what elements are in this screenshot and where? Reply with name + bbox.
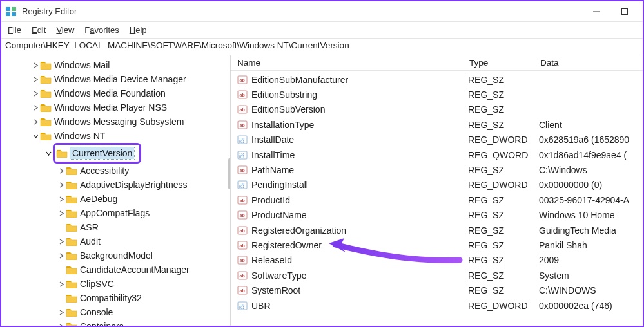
- svg-text:ab: ab: [240, 107, 245, 112]
- expand-toggle-icon[interactable]: [57, 164, 66, 178]
- value-row[interactable]: abProductNameREG_SZWindows 10 Home: [231, 208, 643, 223]
- svg-rect-3: [12, 12, 16, 16]
- value-name: EditionSubVersion: [251, 104, 468, 115]
- value-row[interactable]: abReleaseIdREG_SZ2009: [231, 253, 643, 268]
- value-row[interactable]: abInstallationTypeREG_SZClient: [231, 117, 643, 132]
- values-header: Name Type Data: [231, 55, 643, 71]
- value-type: REG_SZ: [468, 104, 539, 115]
- value-row[interactable]: abRegisteredOrganizationREG_SZGuidingTec…: [231, 223, 643, 238]
- value-type: REG_SZ: [468, 195, 539, 205]
- window-title: Registry Editor: [22, 6, 582, 16]
- col-type[interactable]: Type: [469, 58, 540, 68]
- expand-toggle-icon[interactable]: [44, 146, 53, 160]
- expand-toggle-icon[interactable]: [57, 234, 66, 248]
- col-data[interactable]: Data: [540, 58, 643, 68]
- value-type-icon: ab: [236, 254, 249, 266]
- value-name: RegisteredOrganization: [251, 225, 468, 236]
- tree-item-label: ASR: [80, 222, 99, 232]
- value-data: GuidingTech Media: [539, 225, 643, 236]
- tree-item[interactable]: Containers: [14, 319, 230, 326]
- titlebar: Registry Editor: [1, 1, 643, 22]
- tree-item[interactable]: AeDebug: [14, 192, 230, 206]
- value-type-icon: 110011: [236, 179, 249, 191]
- value-data: 0x00000000 (0): [539, 180, 643, 190]
- tree-item[interactable]: Compatibility32: [14, 291, 230, 305]
- menu-file[interactable]: File: [3, 24, 26, 36]
- tree-item[interactable]: Windows Messaging Subsystem: [14, 115, 230, 129]
- expand-toggle-icon[interactable]: [57, 277, 66, 291]
- tree-item[interactable]: CandidateAccountManager: [14, 263, 230, 277]
- tree-item[interactable]: Windows Media Device Manager: [14, 72, 230, 86]
- folder-icon: [66, 294, 77, 303]
- tree-item-label: Console: [80, 307, 113, 317]
- menu-view[interactable]: View: [51, 24, 79, 36]
- tree-item[interactable]: ASR: [14, 220, 230, 234]
- value-data: Pankil Shah: [539, 240, 643, 250]
- value-type-icon: ab: [236, 74, 249, 86]
- expand-toggle-icon[interactable]: [57, 319, 66, 326]
- value-type: REG_SZ: [468, 270, 539, 281]
- value-row[interactable]: abEditionSubManufacturerREG_SZ: [231, 72, 643, 87]
- maximize-button[interactable]: [610, 3, 639, 21]
- menu-help[interactable]: Help: [124, 24, 152, 36]
- tree-item-label: CandidateAccountManager: [80, 265, 190, 275]
- value-name: SoftwareType: [251, 270, 468, 281]
- value-row[interactable]: abProductIdREG_SZ00325-96017-42904-A: [231, 192, 643, 207]
- col-name[interactable]: Name: [237, 58, 469, 68]
- tree-item[interactable]: BackgroundModel: [14, 248, 230, 263]
- expand-toggle-icon[interactable]: [31, 72, 40, 86]
- tree-item[interactable]: Accessibility: [14, 164, 230, 178]
- folder-icon: [66, 209, 77, 218]
- value-type-icon: ab: [236, 164, 249, 176]
- expand-toggle-icon[interactable]: [57, 178, 66, 192]
- tree-item[interactable]: AdaptiveDisplayBrightness: [14, 178, 230, 192]
- menu-favorites[interactable]: Favorites: [79, 24, 124, 36]
- tree-item-label: Audit: [80, 236, 101, 247]
- tree-item[interactable]: Windows Media Player NSS: [14, 100, 230, 115]
- expand-toggle-icon[interactable]: [31, 58, 40, 72]
- tree-item[interactable]: Windows Media Foundation: [14, 86, 230, 100]
- value-row[interactable]: 110011PendingInstallREG_DWORD0x00000000 …: [231, 178, 643, 192]
- expand-toggle-icon[interactable]: [31, 100, 40, 115]
- expand-toggle-icon[interactable]: [31, 129, 40, 143]
- value-row[interactable]: 110011UBRREG_DWORD0x000002ea (746): [231, 298, 643, 313]
- value-row[interactable]: abSystemRootREG_SZC:\WINDOWS: [231, 283, 643, 297]
- value-row[interactable]: 110011InstallTimeREG_QWORD0x1d86ad14f9e9…: [231, 147, 643, 162]
- value-data: C:\Windows: [539, 165, 643, 175]
- tree-item[interactable]: Console: [14, 305, 230, 319]
- tree-item-label: Compatibility32: [80, 293, 142, 303]
- menu-edit[interactable]: Edit: [26, 24, 51, 36]
- value-row[interactable]: 110011InstallDateREG_DWORD0x628519a6 (16…: [231, 133, 643, 147]
- tree-item[interactable]: Windows Mail: [14, 58, 230, 72]
- expand-toggle-icon[interactable]: [57, 305, 66, 319]
- expand-toggle-icon[interactable]: [31, 115, 40, 129]
- value-name: RegisteredOwner: [251, 240, 468, 250]
- expand-toggle-icon[interactable]: [57, 206, 66, 220]
- value-name: ProductId: [251, 195, 468, 205]
- tree-item[interactable]: Audit: [14, 234, 230, 248]
- tree-item-label: AppCompatFlags: [80, 208, 150, 218]
- tree-item[interactable]: ClipSVC: [14, 277, 230, 291]
- tree-item-selected[interactable]: CurrentVersion: [70, 147, 134, 159]
- value-data: Client: [539, 120, 643, 130]
- expand-toggle-icon[interactable]: [31, 86, 40, 100]
- tree-pane[interactable]: Windows MailWindows Media Device Manager…: [1, 55, 231, 326]
- value-row[interactable]: abEditionSubstringREG_SZ: [231, 87, 643, 102]
- minimize-button[interactable]: [582, 3, 610, 21]
- folder-icon: [66, 279, 77, 288]
- address-bar[interactable]: Computer\HKEY_LOCAL_MACHINE\SOFTWARE\Mic…: [1, 39, 643, 55]
- tree-item[interactable]: Windows NT: [14, 129, 230, 143]
- tree-item[interactable]: AppCompatFlags: [14, 206, 230, 220]
- value-row[interactable]: abEditionSubVersionREG_SZ: [231, 102, 643, 117]
- value-type: REG_SZ: [468, 120, 539, 130]
- folder-icon: [40, 75, 52, 84]
- value-type: REG_SZ: [468, 165, 539, 175]
- value-type: REG_DWORD: [468, 135, 539, 145]
- expand-toggle-icon[interactable]: [57, 248, 66, 263]
- value-row[interactable]: abSoftwareTypeREG_SZSystem: [231, 268, 643, 283]
- value-row[interactable]: abPathNameREG_SZC:\Windows: [231, 162, 643, 177]
- value-row[interactable]: abRegisteredOwnerREG_SZPankil Shah: [231, 238, 643, 252]
- value-name: UBR: [251, 301, 468, 311]
- expand-toggle-icon[interactable]: [57, 192, 66, 206]
- tree-item-label: Windows Messaging Subsystem: [54, 117, 184, 127]
